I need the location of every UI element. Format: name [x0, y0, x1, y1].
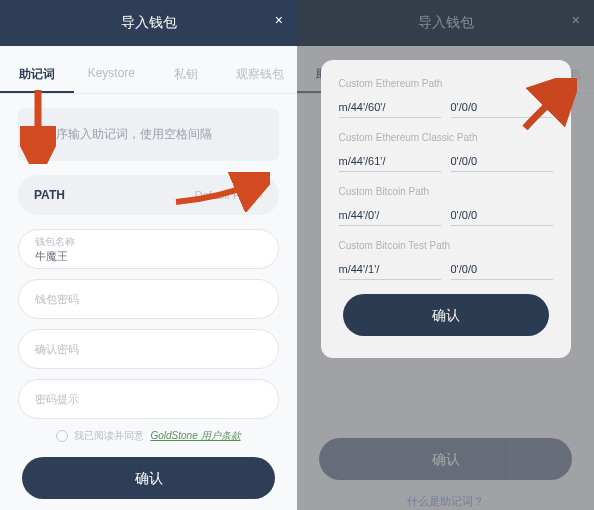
path-group-label: Custom Ethereum Path [339, 78, 553, 89]
tab-mnemonic[interactable]: 助记词 [0, 58, 74, 93]
path-suffix-input[interactable]: 0'/0/0 [451, 97, 553, 118]
path-group-label: Custom Ethereum Classic Path [339, 132, 553, 143]
path-prefix-input[interactable]: m/44'/61'/ [339, 151, 441, 172]
terms-prefix: 我已阅读并同意 [74, 429, 144, 443]
screen-import-wallet: 导入钱包 × 助记词 Keystore 私钥 观察钱包 按顺序输入助记词，使用空… [0, 0, 297, 510]
terms-row[interactable]: 我已阅读并同意 GoldStone 用户条款 [18, 429, 279, 443]
confirm-button[interactable]: 确认 [22, 457, 275, 499]
path-suffix-input[interactable]: 0'/0/0 [451, 205, 553, 226]
wallet-name-field[interactable]: 钱包名称 牛魔王 [18, 229, 279, 269]
terms-radio-icon[interactable] [56, 430, 68, 442]
path-value: Default Path [195, 189, 256, 201]
terms-link[interactable]: GoldStone 用户条款 [150, 429, 240, 443]
wallet-name-label: 钱包名称 [35, 235, 262, 249]
path-selector[interactable]: PATH Default Path › [18, 175, 279, 215]
modal-confirm-button[interactable]: 确认 [343, 294, 549, 336]
path-suffix-input[interactable]: 0'/0/0 [451, 151, 553, 172]
path-suffix-input[interactable]: 0'/0/0 [451, 259, 553, 280]
confirm-password-label: 确认密码 [35, 342, 262, 357]
form: 按顺序输入助记词，使用空格间隔 PATH Default Path › 钱包名称… [0, 94, 297, 510]
modal-overlay[interactable]: Custom Ethereum Pathm/44'/60'/0'/0/0Cust… [297, 0, 594, 510]
tab-watch[interactable]: 观察钱包 [223, 58, 297, 93]
header-title: 导入钱包 [121, 14, 177, 32]
path-group: Custom Ethereum Classic Pathm/44'/61'/0'… [339, 132, 553, 172]
mnemonic-input[interactable]: 按顺序输入助记词，使用空格间隔 [18, 108, 279, 161]
wallet-name-value: 牛魔王 [35, 249, 262, 264]
confirm-password-field[interactable]: 确认密码 [18, 329, 279, 369]
path-group-label: Custom Bitcoin Test Path [339, 240, 553, 251]
path-group: Custom Bitcoin Pathm/44'/0'/0'/0/0 [339, 186, 553, 226]
password-hint-label: 密码提示 [35, 392, 262, 407]
path-group: Custom Bitcoin Test Pathm/44'/1'/0'/0/0 [339, 240, 553, 280]
wallet-password-label: 钱包密码 [35, 292, 262, 307]
password-hint-field[interactable]: 密码提示 [18, 379, 279, 419]
path-group-label: Custom Bitcoin Path [339, 186, 553, 197]
path-prefix-input[interactable]: m/44'/60'/ [339, 97, 441, 118]
tab-keystore[interactable]: Keystore [74, 58, 148, 93]
header: 导入钱包 × [0, 0, 297, 46]
wallet-password-field[interactable]: 钱包密码 [18, 279, 279, 319]
path-modal: Custom Ethereum Pathm/44'/60'/0'/0/0Cust… [321, 60, 571, 358]
chevron-right-icon: › [259, 189, 263, 201]
tabs: 助记词 Keystore 私钥 观察钱包 [0, 46, 297, 94]
path-prefix-input[interactable]: m/44'/1'/ [339, 259, 441, 280]
tab-private-key[interactable]: 私钥 [149, 58, 223, 93]
screen-path-modal: 导入钱包 × 助记词 Keystore 私钥 观察钱包 确认 什么是助记词？ C… [297, 0, 594, 510]
path-group: Custom Ethereum Pathm/44'/60'/0'/0/0 [339, 78, 553, 118]
close-icon[interactable]: × [275, 12, 283, 28]
path-label: PATH [34, 188, 65, 202]
path-prefix-input[interactable]: m/44'/0'/ [339, 205, 441, 226]
